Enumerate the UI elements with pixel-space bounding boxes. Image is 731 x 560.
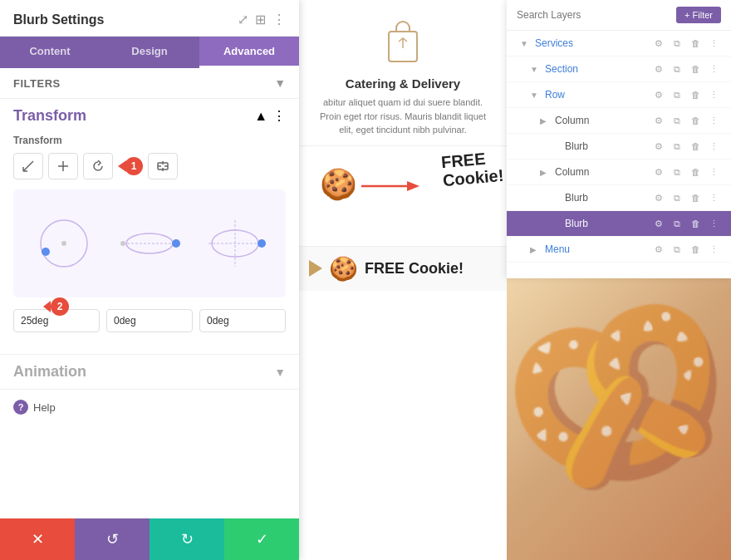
layer-copy-row[interactable]: ⧉ <box>670 87 684 102</box>
layer-delete-menu[interactable]: 🗑 <box>688 242 703 257</box>
layer-name-menu: Menu <box>545 243 651 255</box>
svg-point-17 <box>258 239 266 248</box>
layer-item-section[interactable]: ▼ Section ⚙ ⧉ 🗑 ⋮ <box>507 56 731 82</box>
layer-toggle-row[interactable]: ▼ <box>530 91 542 100</box>
help-label: Help <box>33 401 56 414</box>
layer-copy-blurb2[interactable]: ⧉ <box>670 190 684 205</box>
layer-item-services[interactable]: ▼ Services ⚙ ⧉ 🗑 ⋮ <box>507 31 731 56</box>
layer-gear-blurb1[interactable]: ⚙ <box>651 139 666 154</box>
layer-copy-section[interactable]: ⧉ <box>670 61 684 76</box>
layer-delete-services[interactable]: 🗑 <box>688 36 703 51</box>
layer-toggle-services[interactable]: ▼ <box>520 39 532 48</box>
resize-icon[interactable]: ⤢ <box>238 12 248 27</box>
layers-header: + Filter <box>507 0 731 31</box>
layer-toggle-section[interactable]: ▼ <box>530 65 542 74</box>
transform-title: Transform <box>13 107 86 125</box>
save-button[interactable]: ✓ <box>224 518 299 560</box>
layer-copy-blurb3[interactable]: ⧉ <box>670 216 684 231</box>
badge-2: 2 <box>51 297 69 316</box>
layer-item-column2[interactable]: ▶ Column ⚙ ⧉ 🗑 ⋮ <box>507 160 731 185</box>
layer-gear-row[interactable]: ⚙ <box>651 87 666 102</box>
layers-search-input[interactable] <box>517 9 676 21</box>
layer-gear-services[interactable]: ⚙ <box>651 36 666 51</box>
catering-section: Catering & Delivery abitur aliquet quam … <box>299 0 507 146</box>
layer-item-column1[interactable]: ▶ Column ⚙ ⧉ 🗑 ⋮ <box>507 108 731 134</box>
redo-button[interactable]: ↻ <box>150 518 224 560</box>
catering-text: abitur aliquet quam id dui suere blandit… <box>312 96 493 137</box>
layer-delete-col2[interactable]: 🗑 <box>688 165 703 179</box>
layer-copy-services[interactable]: ⧉ <box>670 36 684 51</box>
transform-diagram-3 <box>202 210 268 277</box>
layer-more-services[interactable]: ⋮ <box>706 36 721 51</box>
transform-collapse-icon[interactable]: ▲ <box>254 109 267 124</box>
layer-delete-section[interactable]: 🗑 <box>688 61 703 76</box>
layer-name-blurb2: Blurb <box>565 192 651 204</box>
layer-copy-blurb1[interactable]: ⧉ <box>670 139 684 154</box>
svg-marker-20 <box>407 181 419 191</box>
layer-item-blurb3[interactable]: ▶ Blurb ⚙ ⧉ 🗑 ⋮ <box>507 211 731 237</box>
layer-item-blurb2[interactable]: ▶ Blurb ⚙ ⧉ 🗑 ⋮ <box>507 185 731 211</box>
layer-more-col2[interactable]: ⋮ <box>706 165 721 179</box>
tab-advanced[interactable]: Advanced <box>199 37 299 68</box>
rotation-input-y[interactable] <box>106 309 193 332</box>
layer-item-menu[interactable]: ▶ Menu ⚙ ⧉ 🗑 ⋮ <box>507 237 731 263</box>
tab-content[interactable]: Content <box>0 37 100 68</box>
animation-toggle[interactable]: ▼ <box>274 366 286 379</box>
layer-gear-col2[interactable]: ⚙ <box>651 165 666 179</box>
pretzel-emoji: 🥨 <box>507 278 731 514</box>
more-icon[interactable]: ⋮ <box>272 12 286 27</box>
layer-delete-blurb2[interactable]: 🗑 <box>688 190 703 205</box>
layer-item-row[interactable]: ▼ Row ⚙ ⧉ 🗑 ⋮ <box>507 82 731 108</box>
layer-more-blurb3[interactable]: ⋮ <box>706 216 721 231</box>
layer-actions-col1: ⚙ ⧉ 🗑 ⋮ <box>651 113 721 128</box>
layer-more-menu[interactable]: ⋮ <box>706 242 721 257</box>
layer-name-section: Section <box>545 63 651 75</box>
help-button[interactable]: ? Help <box>13 400 56 415</box>
layer-actions-col2: ⚙ ⧉ 🗑 ⋮ <box>651 165 721 179</box>
filters-toggle[interactable]: ▼ <box>274 76 286 90</box>
layer-copy-col2[interactable]: ⧉ <box>670 165 684 179</box>
layer-gear-blurb3[interactable]: ⚙ <box>651 216 666 231</box>
layer-gear-menu[interactable]: ⚙ <box>651 242 666 257</box>
layer-gear-blurb2[interactable]: ⚙ <box>651 190 666 205</box>
badge-1: 1 <box>125 157 143 175</box>
undo-button[interactable]: ↺ <box>75 518 150 560</box>
layer-toggle-col1[interactable]: ▶ <box>540 116 552 125</box>
cookie-top-area: 🍪 FREECookie! <box>299 146 507 246</box>
transform-btn-scale[interactable] <box>48 153 78 179</box>
tab-design[interactable]: Design <box>100 37 199 68</box>
cancel-button[interactable]: ✕ <box>0 518 75 560</box>
layer-delete-blurb1[interactable]: 🗑 <box>688 139 703 154</box>
layer-more-row[interactable]: ⋮ <box>706 87 721 102</box>
svg-point-13 <box>120 241 125 246</box>
catering-icon-wrapper <box>312 17 493 70</box>
layer-item-blurb1[interactable]: ▶ Blurb ⚙ ⧉ 🗑 ⋮ <box>507 134 731 160</box>
layer-more-section[interactable]: ⋮ <box>706 61 721 76</box>
layer-gear-section[interactable]: ⚙ <box>651 61 666 76</box>
transform-btn-move[interactable] <box>13 153 43 179</box>
layer-toggle-col2[interactable]: ▶ <box>540 168 552 177</box>
pretzel-background: 🥨 <box>507 233 731 560</box>
animation-title: Animation <box>13 363 86 381</box>
transform-header: Transform ▲ ⋮ <box>13 107 286 125</box>
transform-btn-rotate[interactable] <box>83 153 113 179</box>
layer-copy-menu[interactable]: ⧉ <box>670 242 684 257</box>
layout-icon[interactable]: ⊞ <box>255 12 266 27</box>
layer-copy-col1[interactable]: ⧉ <box>670 113 684 128</box>
layer-name-services: Services <box>535 37 651 49</box>
layer-toggle-menu[interactable]: ▶ <box>530 245 542 254</box>
layer-delete-row[interactable]: 🗑 <box>688 87 703 102</box>
layer-more-blurb1[interactable]: ⋮ <box>706 139 721 154</box>
filter-button[interactable]: + Filter <box>676 7 721 23</box>
animation-header: Animation ▼ <box>13 363 286 381</box>
transform-header-right: ▲ ⋮ <box>254 108 286 124</box>
transform-more-icon[interactable]: ⋮ <box>272 108 286 124</box>
layer-delete-blurb3[interactable]: 🗑 <box>688 216 703 231</box>
layer-gear-col1[interactable]: ⚙ <box>651 113 666 128</box>
layer-name-blurb1: Blurb <box>565 140 651 152</box>
layer-delete-col1[interactable]: 🗑 <box>688 113 703 128</box>
layer-more-col1[interactable]: ⋮ <box>706 113 721 128</box>
layer-more-blurb2[interactable]: ⋮ <box>706 190 721 205</box>
rotation-input-z[interactable] <box>199 309 286 332</box>
transform-btn-skew[interactable] <box>148 153 178 179</box>
